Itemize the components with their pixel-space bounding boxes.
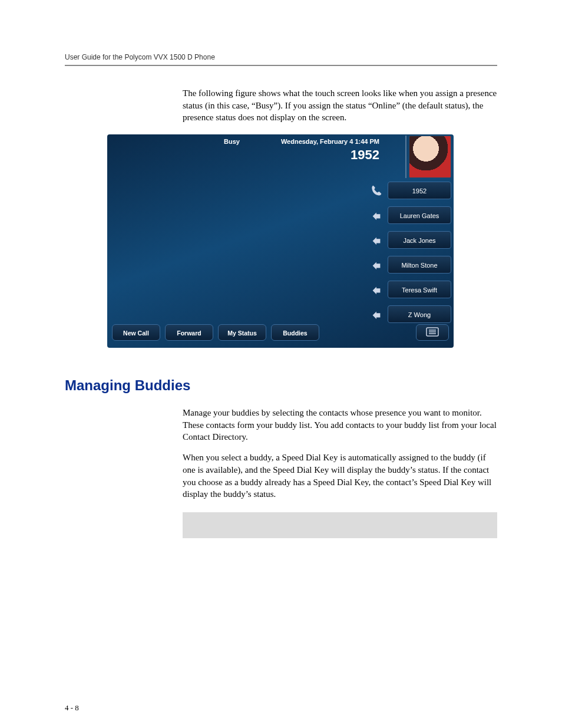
extension-number: 1952 <box>351 147 379 163</box>
datetime-label: Wednesday, February 4 1:44 PM <box>281 138 379 145</box>
buddies-softkey[interactable]: Buddies <box>271 324 319 341</box>
buddy-icon <box>370 308 383 321</box>
header-rule <box>65 65 497 66</box>
softkey-bar: New Call Forward My Status Buddies <box>112 324 449 342</box>
managing-buddies-heading: Managing Buddies <box>65 377 497 394</box>
speed-dial-row: 1952 <box>375 182 451 202</box>
menu-icon <box>426 327 439 338</box>
speed-dial-key[interactable]: Teresa Swift <box>388 281 451 298</box>
running-header: User Guide for the Polycom VVX 1500 D Ph… <box>65 53 497 65</box>
handset-icon <box>370 184 383 197</box>
speed-dial-key[interactable]: Lauren Gates <box>388 206 451 224</box>
my-status-softkey[interactable]: My Status <box>218 324 266 341</box>
speed-dial-key[interactable]: Z Wong <box>388 305 451 323</box>
intro-paragraph: The following figure shows what the touc… <box>183 87 497 124</box>
speed-dial-row: Z Wong <box>375 305 451 325</box>
managing-buddies-p2: When you select a buddy, a Speed Dial Ke… <box>183 452 497 500</box>
avatar-divider <box>405 136 406 178</box>
buddy-icon <box>370 209 383 222</box>
user-avatar <box>409 136 451 178</box>
page-number: 4 - 8 <box>65 703 497 713</box>
presence-status-label: Busy <box>224 138 240 145</box>
buddy-icon <box>370 283 383 296</box>
speed-dial-column: 1952 Lauren Gates Jack Jones Milton Ston… <box>375 182 451 330</box>
speed-dial-row: Jack Jones <box>375 231 451 251</box>
phone-touchscreen-figure: Busy Wednesday, February 4 1:44 PM 1952 … <box>107 134 454 348</box>
new-call-softkey[interactable]: New Call <box>112 324 160 341</box>
phone-topbar: Busy Wednesday, February 4 1:44 PM 1952 <box>107 137 383 158</box>
speed-dial-row: Teresa Swift <box>375 281 451 301</box>
managing-buddies-p1: Manage your buddies by selecting the con… <box>183 407 497 443</box>
forward-softkey[interactable]: Forward <box>165 324 213 341</box>
menu-softkey[interactable] <box>416 324 449 341</box>
speed-dial-key[interactable]: 1952 <box>388 182 451 199</box>
note-placeholder-box <box>183 512 497 538</box>
speed-dial-key[interactable]: Jack Jones <box>388 231 451 249</box>
speed-dial-row: Milton Stone <box>375 256 451 276</box>
buddy-icon <box>370 258 383 271</box>
speed-dial-row: Lauren Gates <box>375 206 451 226</box>
speed-dial-key[interactable]: Milton Stone <box>388 256 451 274</box>
buddy-icon <box>370 233 383 246</box>
